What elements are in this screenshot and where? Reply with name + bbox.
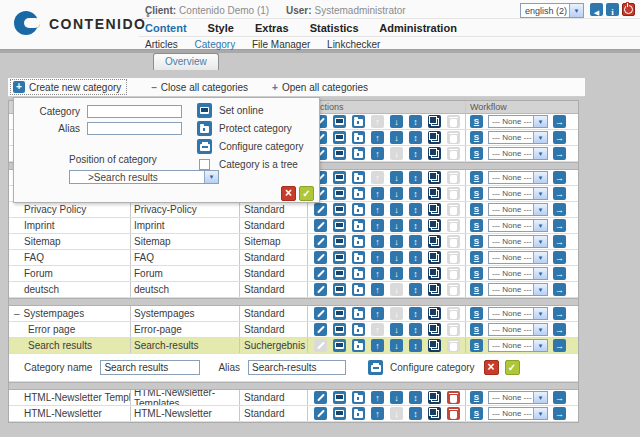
move-icon[interactable] — [409, 307, 422, 320]
move-icon[interactable] — [409, 203, 422, 216]
nav-administration[interactable]: Administration — [379, 22, 457, 34]
open-all-button[interactable]: Open all categories — [272, 82, 368, 93]
workflow-icon[interactable] — [470, 391, 483, 404]
edit-confirm-button[interactable] — [505, 360, 520, 375]
move-icon[interactable] — [409, 115, 422, 128]
subnav-articles[interactable]: Articles — [145, 39, 178, 50]
nav-extras[interactable]: Extras — [255, 22, 289, 34]
workflow-apply-icon[interactable] — [553, 235, 566, 248]
workflow-apply-icon[interactable] — [553, 391, 566, 404]
workflow-select[interactable]: --- None --- ▼ — [488, 219, 548, 232]
move-icon[interactable] — [409, 283, 422, 296]
move-down-icon[interactable] — [390, 323, 403, 336]
duplicate-icon[interactable] — [428, 203, 441, 216]
workflow-select[interactable]: --- None --- ▼ — [488, 131, 548, 144]
delete-icon[interactable] — [447, 391, 460, 404]
move-icon[interactable] — [409, 147, 422, 160]
delete-icon[interactable] — [447, 251, 460, 264]
workflow-apply-icon[interactable] — [553, 219, 566, 232]
category-name[interactable]: deutsch — [24, 284, 59, 295]
protect-icon[interactable] — [352, 131, 365, 144]
create-category-button[interactable]: Create new category — [10, 79, 127, 95]
delete-icon[interactable] — [447, 115, 460, 128]
move-up-icon[interactable] — [371, 407, 384, 420]
move-down-icon[interactable] — [390, 115, 403, 128]
move-up-icon[interactable] — [371, 251, 384, 264]
protect-icon[interactable] — [352, 323, 365, 336]
workflow-apply-icon[interactable] — [553, 339, 566, 352]
move-down-icon[interactable] — [390, 171, 403, 184]
category-name[interactable]: Imprint — [24, 220, 55, 231]
online-icon[interactable] — [333, 131, 346, 144]
edit-icon[interactable] — [314, 219, 327, 232]
workflow-select[interactable]: --- None --- ▼ — [488, 171, 548, 184]
move-up-icon[interactable] — [371, 267, 384, 280]
workflow-select[interactable]: --- None --- ▼ — [488, 187, 548, 200]
delete-icon[interactable] — [447, 323, 460, 336]
delete-icon[interactable] — [447, 171, 460, 184]
workflow-apply-icon[interactable] — [553, 171, 566, 184]
category-name[interactable]: FAQ — [24, 252, 44, 263]
workflow-icon[interactable] — [470, 307, 483, 320]
move-down-icon[interactable] — [390, 147, 403, 160]
move-icon[interactable] — [409, 219, 422, 232]
workflow-select[interactable]: --- None --- ▼ — [488, 251, 548, 264]
language-select[interactable]: english (2) ▼ — [520, 3, 584, 18]
nav-statistics[interactable]: Statistics — [310, 22, 359, 34]
move-up-icon[interactable] — [371, 391, 384, 404]
workflow-apply-icon[interactable] — [553, 131, 566, 144]
move-up-icon[interactable] — [371, 323, 384, 336]
position-select[interactable]: >Search results ▼ — [69, 170, 219, 184]
alias-input[interactable] — [87, 122, 182, 135]
move-icon[interactable] — [409, 235, 422, 248]
workflow-select[interactable]: --- None --- ▼ — [488, 267, 548, 280]
delete-icon[interactable] — [447, 147, 460, 160]
duplicate-icon[interactable] — [428, 251, 441, 264]
online-icon[interactable] — [333, 307, 346, 320]
move-up-icon[interactable] — [371, 203, 384, 216]
workflow-select[interactable]: --- None --- ▼ — [488, 115, 548, 128]
move-icon[interactable] — [409, 407, 422, 420]
workflow-icon[interactable] — [470, 147, 483, 160]
configure-icon[interactable] — [368, 360, 383, 375]
move-icon[interactable] — [409, 187, 422, 200]
logout-icon[interactable] — [622, 3, 635, 16]
move-up-icon[interactable] — [371, 283, 384, 296]
cancel-button[interactable] — [281, 186, 296, 201]
delete-icon[interactable] — [447, 235, 460, 248]
online-icon[interactable] — [333, 267, 346, 280]
move-down-icon[interactable] — [390, 267, 403, 280]
edit-icon[interactable] — [314, 339, 327, 352]
set-online-icon[interactable] — [197, 103, 212, 118]
edit-icon[interactable] — [314, 307, 327, 320]
workflow-apply-icon[interactable] — [553, 203, 566, 216]
protect-icon[interactable] — [352, 187, 365, 200]
move-down-icon[interactable] — [390, 407, 403, 420]
duplicate-icon[interactable] — [428, 235, 441, 248]
online-icon[interactable] — [333, 339, 346, 352]
workflow-select[interactable]: --- None --- ▼ — [488, 283, 548, 296]
move-icon[interactable] — [409, 131, 422, 144]
move-down-icon[interactable] — [390, 219, 403, 232]
duplicate-icon[interactable] — [428, 219, 441, 232]
workflow-apply-icon[interactable] — [553, 407, 566, 420]
workflow-select[interactable]: --- None --- ▼ — [488, 203, 548, 216]
edit-icon[interactable] — [314, 323, 327, 336]
workflow-select[interactable]: --- None --- ▼ — [488, 323, 548, 336]
move-icon[interactable] — [409, 339, 422, 352]
edit-cancel-button[interactable] — [484, 360, 499, 375]
move-down-icon[interactable] — [390, 131, 403, 144]
nav-style[interactable]: Style — [208, 22, 234, 34]
protect-icon[interactable] — [352, 115, 365, 128]
move-icon[interactable] — [409, 267, 422, 280]
duplicate-icon[interactable] — [428, 147, 441, 160]
category-input[interactable] — [87, 105, 182, 118]
duplicate-icon[interactable] — [428, 283, 441, 296]
online-icon[interactable] — [333, 251, 346, 264]
protect-icon[interactable] — [352, 235, 365, 248]
delete-icon[interactable] — [447, 203, 460, 216]
move-up-icon[interactable] — [371, 339, 384, 352]
edit-icon[interactable] — [314, 283, 327, 296]
edit-name-input[interactable] — [100, 360, 200, 375]
move-icon[interactable] — [409, 391, 422, 404]
